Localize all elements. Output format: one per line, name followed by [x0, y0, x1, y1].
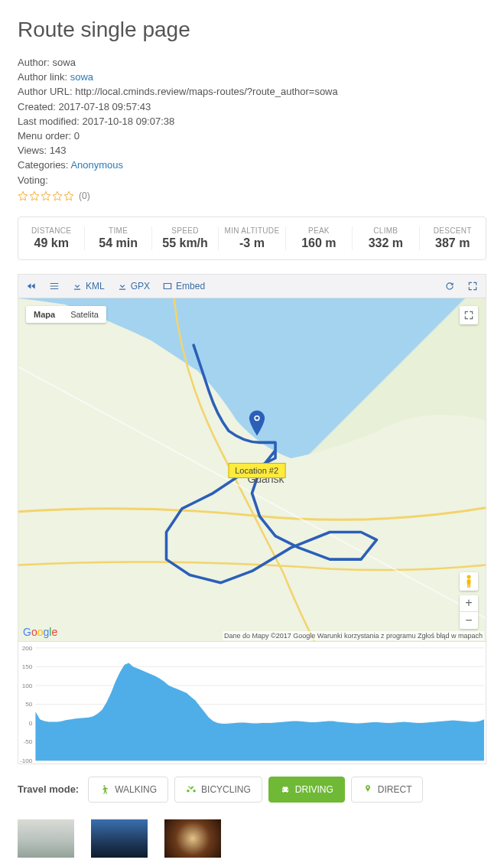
stats-row: DISTANCE49 km TIME54 min SPEED55 km/h MI…	[18, 217, 486, 260]
categories-label: Categories:	[18, 159, 70, 171]
svg-text:150: 150	[22, 663, 33, 670]
map[interactable]: Gdańsk Location #2 Mapa Satelita + − Goo…	[18, 298, 486, 642]
refresh-icon	[444, 281, 455, 291]
stat-min-altitude: MIN ALTITUDE-3 m	[219, 226, 285, 250]
travel-walking-button[interactable]: WALKING	[88, 777, 168, 803]
thumbnail-1[interactable]	[18, 819, 74, 858]
svg-rect-3	[467, 579, 471, 585]
svg-text:-100: -100	[20, 757, 33, 764]
star-icon	[41, 191, 51, 201]
map-type-switcher: Mapa Satelita	[26, 306, 106, 323]
travel-bicycling-button[interactable]: BICYCLING	[174, 777, 262, 803]
map-type-satellite[interactable]: Satelita	[63, 306, 106, 323]
list-icon	[49, 281, 60, 291]
svg-text:0: 0	[29, 720, 33, 727]
svg-text:100: 100	[22, 682, 33, 689]
stat-distance: DISTANCE49 km	[18, 226, 85, 250]
pegman-icon	[463, 575, 474, 588]
image-thumbnails	[18, 819, 486, 858]
categories-link[interactable]: Anonymous	[70, 159, 123, 171]
author-value: sowa	[53, 57, 76, 68]
pegman-button[interactable]	[460, 572, 478, 591]
star-icon	[63, 191, 74, 201]
stat-time: TIME54 min	[85, 226, 151, 250]
travel-mode-row: Travel mode: WALKING BICYCLING DRIVING D…	[18, 777, 486, 803]
author-link[interactable]: sowa	[70, 71, 93, 83]
list-button[interactable]	[49, 281, 60, 291]
zoom-out-button[interactable]: −	[460, 612, 478, 629]
author-link-label: Author link:	[18, 71, 70, 83]
svg-text:-50: -50	[24, 738, 33, 745]
thumbnail-3[interactable]	[164, 819, 221, 858]
star-icon	[29, 191, 40, 201]
svg-rect-4	[467, 584, 469, 588]
rating-stars[interactable]	[18, 191, 74, 201]
map-marker[interactable]	[249, 410, 265, 438]
star-icon	[52, 191, 63, 201]
author-label: Author:	[18, 57, 53, 68]
thumbnail-2[interactable]	[91, 819, 148, 858]
refresh-button[interactable]	[444, 281, 455, 291]
download-gpx-button[interactable]: GPX	[117, 281, 150, 291]
download-icon	[72, 281, 83, 291]
menu-order-label: Menu order:	[18, 130, 74, 142]
bicycle-icon	[186, 784, 197, 795]
location-label: Location #2	[228, 463, 285, 478]
fullscreen-button[interactable]	[460, 306, 478, 324]
elevation-chart: -100-50050100150200	[18, 642, 486, 764]
stat-climb: CLIMB332 m	[353, 226, 419, 250]
zoom-controls: + −	[460, 595, 478, 629]
fullscreen-icon	[463, 310, 474, 321]
google-logo: Google	[23, 626, 57, 638]
author-url-label: Author URL:	[18, 86, 75, 97]
svg-text:50: 50	[25, 701, 33, 708]
travel-mode-label: Travel mode:	[18, 783, 79, 795]
map-attribution: Dane do Mapy ©2017 Google Warunki korzys…	[223, 631, 484, 640]
rewind-button[interactable]	[26, 281, 37, 291]
voting-label: Voting:	[18, 174, 48, 186]
vote-count: (0)	[79, 191, 90, 201]
modified-label: Last modified:	[18, 116, 83, 127]
walking-icon	[99, 784, 110, 795]
map-type-map[interactable]: Mapa	[26, 306, 63, 323]
svg-rect-5	[469, 584, 470, 588]
travel-driving-button[interactable]: DRIVING	[268, 777, 345, 803]
star-icon	[18, 191, 28, 201]
svg-point-2	[467, 575, 471, 578]
stat-speed: SPEED55 km/h	[152, 226, 219, 250]
embed-icon	[162, 281, 173, 291]
zoom-in-button[interactable]: +	[460, 595, 478, 612]
car-icon	[280, 784, 291, 795]
svg-point-1	[255, 417, 259, 420]
map-toolbar: KML GPX Embed	[18, 274, 486, 298]
author-url-value: http://local.cminds.review/maps-routes/?…	[75, 86, 338, 97]
created-label: Created:	[18, 101, 58, 112]
stat-descent: DESCENT387 m	[420, 226, 486, 250]
created-value: 2017-07-18 09:57:43	[58, 101, 151, 112]
svg-text:200: 200	[22, 645, 33, 652]
expand-icon	[467, 281, 478, 291]
download-kml-button[interactable]: KML	[72, 281, 105, 291]
pin-icon	[363, 784, 373, 795]
views-value: 143	[50, 145, 67, 156]
travel-direct-button[interactable]: DIRECT	[351, 777, 424, 803]
expand-button[interactable]	[467, 281, 478, 291]
download-icon	[117, 281, 128, 291]
rewind-icon	[26, 281, 37, 291]
page-title: Route single page	[18, 18, 486, 42]
menu-order-value: 0	[74, 130, 80, 142]
stat-peak: PEAK160 m	[286, 226, 353, 250]
modified-value: 2017-10-18 09:07:38	[83, 116, 175, 127]
route-meta: Author: sowa Author link: sowa Author UR…	[18, 56, 486, 201]
views-label: Views:	[18, 145, 50, 156]
embed-button[interactable]: Embed	[162, 281, 205, 291]
